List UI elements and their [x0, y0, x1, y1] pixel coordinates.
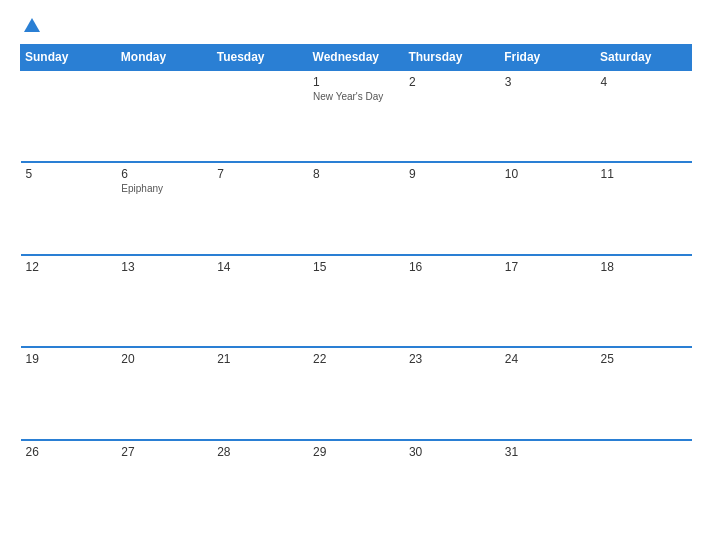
day-number: 13 — [121, 260, 207, 274]
day-event: New Year's Day — [313, 91, 399, 102]
calendar-cell: 31 — [500, 440, 596, 532]
day-number: 16 — [409, 260, 495, 274]
weekday-header-wednesday: Wednesday — [308, 45, 404, 71]
weekday-header-tuesday: Tuesday — [212, 45, 308, 71]
day-number: 25 — [601, 352, 687, 366]
day-number: 17 — [505, 260, 591, 274]
calendar-week-row: 1New Year's Day234 — [21, 70, 692, 162]
calendar-cell: 25 — [596, 347, 692, 439]
calendar-week-row: 56Epiphany7891011 — [21, 162, 692, 254]
calendar-cell: 15 — [308, 255, 404, 347]
calendar-week-row: 262728293031 — [21, 440, 692, 532]
day-number: 7 — [217, 167, 303, 181]
day-number: 27 — [121, 445, 207, 459]
calendar-cell: 19 — [21, 347, 117, 439]
day-number: 22 — [313, 352, 399, 366]
calendar-page: SundayMondayTuesdayWednesdayThursdayFrid… — [0, 0, 712, 550]
calendar-cell — [596, 440, 692, 532]
day-number: 8 — [313, 167, 399, 181]
calendar-cell: 18 — [596, 255, 692, 347]
day-number: 29 — [313, 445, 399, 459]
calendar-cell: 17 — [500, 255, 596, 347]
weekday-header-sunday: Sunday — [21, 45, 117, 71]
day-number: 26 — [26, 445, 112, 459]
day-number: 15 — [313, 260, 399, 274]
day-number: 1 — [313, 75, 399, 89]
weekday-header-friday: Friday — [500, 45, 596, 71]
calendar-cell: 29 — [308, 440, 404, 532]
day-event: Epiphany — [121, 183, 207, 194]
day-number: 23 — [409, 352, 495, 366]
calendar-cell: 26 — [21, 440, 117, 532]
day-number: 6 — [121, 167, 207, 181]
calendar-week-row: 19202122232425 — [21, 347, 692, 439]
calendar-header-row: SundayMondayTuesdayWednesdayThursdayFrid… — [21, 45, 692, 71]
calendar-body: 1New Year's Day23456Epiphany789101112131… — [21, 70, 692, 532]
logo-triangle-icon — [24, 18, 40, 32]
calendar-cell: 20 — [116, 347, 212, 439]
day-number: 18 — [601, 260, 687, 274]
calendar-cell: 9 — [404, 162, 500, 254]
calendar-cell: 3 — [500, 70, 596, 162]
calendar-header — [20, 18, 692, 34]
day-number: 12 — [26, 260, 112, 274]
calendar-cell: 7 — [212, 162, 308, 254]
weekday-header-row: SundayMondayTuesdayWednesdayThursdayFrid… — [21, 45, 692, 71]
calendar-cell: 6Epiphany — [116, 162, 212, 254]
day-number: 14 — [217, 260, 303, 274]
calendar-cell: 4 — [596, 70, 692, 162]
day-number: 19 — [26, 352, 112, 366]
calendar-cell: 16 — [404, 255, 500, 347]
calendar-cell — [212, 70, 308, 162]
calendar-cell: 28 — [212, 440, 308, 532]
calendar-cell: 1New Year's Day — [308, 70, 404, 162]
calendar-cell: 24 — [500, 347, 596, 439]
calendar-week-row: 12131415161718 — [21, 255, 692, 347]
calendar-cell: 8 — [308, 162, 404, 254]
day-number: 2 — [409, 75, 495, 89]
day-number: 24 — [505, 352, 591, 366]
day-number: 11 — [601, 167, 687, 181]
calendar-cell: 5 — [21, 162, 117, 254]
weekday-header-monday: Monday — [116, 45, 212, 71]
day-number: 5 — [26, 167, 112, 181]
logo — [20, 18, 40, 34]
calendar-cell: 27 — [116, 440, 212, 532]
calendar-cell: 30 — [404, 440, 500, 532]
day-number: 3 — [505, 75, 591, 89]
calendar-cell: 22 — [308, 347, 404, 439]
calendar-cell: 21 — [212, 347, 308, 439]
calendar-cell: 2 — [404, 70, 500, 162]
day-number: 21 — [217, 352, 303, 366]
calendar-cell — [116, 70, 212, 162]
weekday-header-thursday: Thursday — [404, 45, 500, 71]
calendar-cell — [21, 70, 117, 162]
weekday-header-saturday: Saturday — [596, 45, 692, 71]
day-number: 10 — [505, 167, 591, 181]
calendar-cell: 12 — [21, 255, 117, 347]
calendar-cell: 11 — [596, 162, 692, 254]
day-number: 9 — [409, 167, 495, 181]
day-number: 28 — [217, 445, 303, 459]
calendar-cell: 13 — [116, 255, 212, 347]
day-number: 31 — [505, 445, 591, 459]
day-number: 4 — [601, 75, 687, 89]
calendar-cell: 10 — [500, 162, 596, 254]
calendar-cell: 14 — [212, 255, 308, 347]
calendar-table: SundayMondayTuesdayWednesdayThursdayFrid… — [20, 44, 692, 532]
calendar-cell: 23 — [404, 347, 500, 439]
day-number: 30 — [409, 445, 495, 459]
day-number: 20 — [121, 352, 207, 366]
